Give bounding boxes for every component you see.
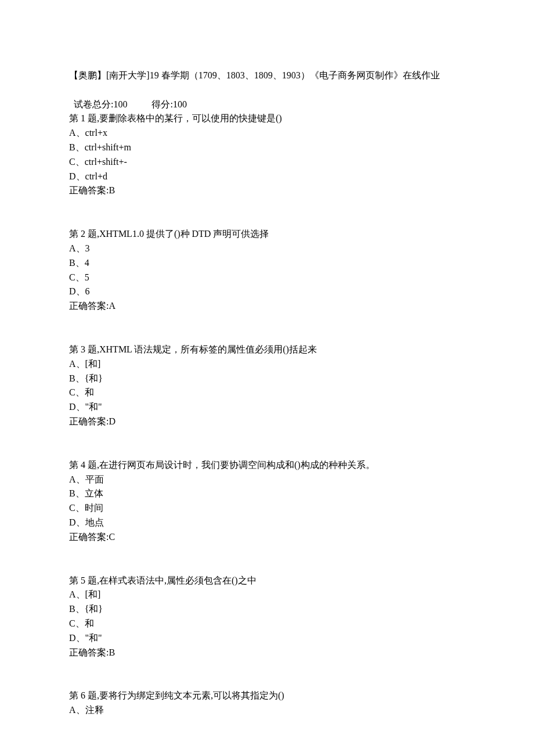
question-option: A、3 — [69, 242, 464, 256]
question-option: D、"和" — [69, 631, 464, 646]
question-prompt: 第 2 题,XHTML1.0 提供了()种 DTD 声明可供选择 — [69, 227, 464, 242]
question-option: A、平面 — [69, 473, 464, 487]
question-option: B、4 — [69, 256, 464, 271]
score-got: 得分:100 — [151, 99, 186, 109]
question-option: A、注释 — [69, 703, 464, 718]
document-title: 【奥鹏】[南开大学]19 春学期（1709、1803、1809、1903）《电子… — [69, 69, 464, 83]
score-line: 试卷总分:100得分:100 — [69, 83, 464, 112]
question-option: C、ctrl+shift+- — [69, 155, 464, 170]
question-option: C、5 — [69, 271, 464, 285]
question-option: D、地点 — [69, 516, 464, 530]
question-prompt: 第 4 题,在进行网页布局设计时，我们要协调空间构成和()构成的种种关系。 — [69, 458, 464, 473]
question-prompt: 第 1 题,要删除表格中的某行，可以使用的快捷键是() — [69, 111, 464, 126]
question-option: C、和 — [69, 386, 464, 400]
question-option: C、和 — [69, 617, 464, 631]
question-option: A、ctrl+x — [69, 126, 464, 141]
question-option: A、[和] — [69, 588, 464, 602]
question-answer: 正确答案:D — [69, 415, 464, 429]
question-option: B、{和} — [69, 602, 464, 617]
question-option: B、{和} — [69, 372, 464, 386]
question-option: C、时间 — [69, 501, 464, 516]
question-option: D、ctrl+d — [69, 170, 464, 184]
question-option: A、[和] — [69, 357, 464, 372]
question-option: D、"和" — [69, 400, 464, 415]
question-answer: 正确答案:B — [69, 646, 464, 660]
question-option: B、ctrl+shift+m — [69, 141, 464, 155]
question-answer: 正确答案:C — [69, 530, 464, 545]
question-prompt: 第 3 题,XHTML 语法规定，所有标签的属性值必须用()括起来 — [69, 343, 464, 357]
question-option: B、立体 — [69, 487, 464, 501]
question-prompt: 第 5 题,在样式表语法中,属性必须包含在()之中 — [69, 574, 464, 588]
question-answer: 正确答案:A — [69, 299, 464, 314]
score-total: 试卷总分:100 — [74, 99, 127, 109]
question-answer: 正确答案:B — [69, 183, 464, 198]
question-option: D、6 — [69, 285, 464, 299]
question-prompt: 第 6 题,要将行为绑定到纯文本元素,可以将其指定为() — [69, 689, 464, 703]
